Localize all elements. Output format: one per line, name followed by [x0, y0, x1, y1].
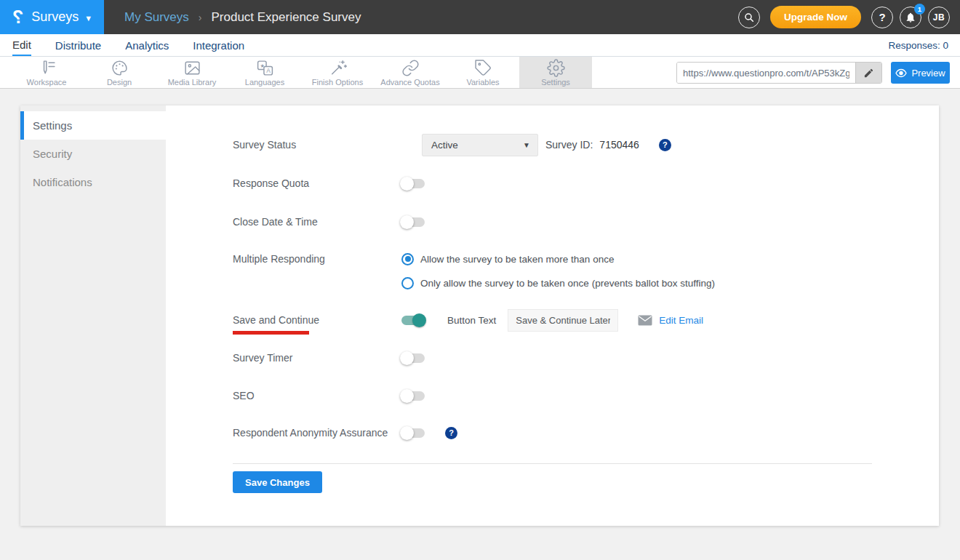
- response-quota-label: Response Quota: [233, 177, 401, 189]
- edit-toolbar: Workspace Design Media Library ★A Langua…: [0, 57, 960, 89]
- avatar[interactable]: JB: [928, 7, 950, 28]
- tag-icon: [474, 59, 492, 77]
- seo-toggle[interactable]: [401, 391, 425, 401]
- settings-sidebar: Settings Security Notifications: [20, 105, 166, 526]
- save-continue-toggle[interactable]: [401, 316, 425, 325]
- svg-text:A: A: [266, 67, 271, 74]
- settings-panel: Settings Security Notifications Survey S…: [20, 105, 939, 526]
- survey-status-row: Survey Status Active ▼ Survey ID: 715044…: [233, 132, 671, 157]
- button-text-input[interactable]: [508, 309, 618, 332]
- upgrade-now-button[interactable]: Upgrade Now: [770, 6, 861, 28]
- anonymity-help-icon[interactable]: ?: [445, 427, 457, 439]
- breadcrumb-my-surveys[interactable]: My Surveys: [124, 10, 189, 25]
- survey-status-select[interactable]: Active ▼: [422, 134, 538, 156]
- survey-status-value: Active: [431, 140, 458, 151]
- close-date-row: Close Date & Time: [233, 209, 425, 234]
- top-bar: ? Surveys ▼ My Surveys › Product Experie…: [0, 0, 960, 34]
- toolbar-item-languages[interactable]: ★A Languages: [228, 57, 301, 88]
- toggle-knob: [412, 313, 426, 327]
- toolbar-item-label: Variables: [466, 78, 499, 87]
- palette-icon: [111, 59, 129, 77]
- topbar-actions: Upgrade Now ? 1 JB: [738, 0, 960, 34]
- toolbar-item-advance-quotas[interactable]: Advance Quotas: [374, 57, 447, 88]
- radio-allow-multiple[interactable]: [401, 253, 414, 265]
- responses-count[interactable]: Responses: 0: [888, 34, 948, 56]
- survey-status-label: Survey Status: [233, 139, 401, 151]
- breadcrumb-separator-icon: ›: [199, 12, 202, 23]
- link-icon: [401, 59, 420, 77]
- sidebar-item-settings[interactable]: Settings: [20, 111, 166, 140]
- chevron-down-icon: ▼: [523, 141, 530, 149]
- toolbar-item-label: Advance Quotas: [380, 78, 439, 87]
- edit-email-link[interactable]: Edit Email: [659, 315, 703, 326]
- bell-icon: [905, 12, 916, 23]
- survey-id-help-icon[interactable]: ?: [659, 139, 671, 151]
- toolbar-item-finish-options[interactable]: Finish Options: [301, 57, 374, 88]
- tab-distribute[interactable]: Distribute: [55, 34, 101, 56]
- close-date-toggle[interactable]: [401, 217, 425, 227]
- chevron-down-icon: ▼: [84, 14, 92, 23]
- toolbar-item-variables[interactable]: Variables: [447, 57, 519, 88]
- toolbar-item-label: Languages: [245, 78, 284, 87]
- seo-row: SEO: [233, 383, 425, 408]
- brand-menu[interactable]: ? Surveys ▼: [0, 0, 104, 34]
- search-icon: [743, 12, 755, 23]
- save-continue-highlight: [233, 331, 309, 335]
- breadcrumb-current: Product Experience Survey: [211, 10, 361, 25]
- response-quota-toggle[interactable]: [401, 179, 425, 188]
- preview-label: Preview: [911, 68, 945, 79]
- preview-button[interactable]: Preview: [891, 62, 950, 84]
- wand-icon: [329, 59, 347, 77]
- toggle-knob: [400, 426, 414, 440]
- notification-badge: 1: [914, 4, 925, 15]
- close-date-label: Close Date & Time: [233, 216, 401, 228]
- eye-icon: [895, 68, 907, 78]
- sidebar-item-security[interactable]: Security: [20, 140, 166, 168]
- save-continue-label: Save and Continue: [233, 314, 401, 326]
- survey-timer-toggle[interactable]: [401, 353, 425, 363]
- form-divider: [233, 463, 872, 464]
- toolbar-item-workspace[interactable]: Workspace: [10, 57, 83, 88]
- anonymity-toggle[interactable]: [401, 428, 425, 438]
- radio-only-once-label: Only allow the survey to be taken once (…: [420, 278, 715, 289]
- translate-icon: ★A: [256, 59, 274, 77]
- toggle-knob: [400, 389, 414, 403]
- toolbar-item-label: Settings: [541, 78, 570, 87]
- radio-allow-multiple-label: Allow the survey to be taken more than o…: [420, 254, 614, 265]
- search-button[interactable]: [738, 7, 760, 28]
- radio-only-once[interactable]: [401, 277, 414, 289]
- gear-icon: [547, 59, 565, 77]
- toggle-knob: [400, 215, 414, 229]
- anonymity-label: Respondent Anonymity Assurance: [233, 427, 401, 439]
- edit-url-button[interactable]: [855, 63, 881, 83]
- survey-timer-label: Survey Timer: [233, 352, 401, 364]
- workspace-icon: [38, 59, 56, 77]
- toolbar-item-media-library[interactable]: Media Library: [156, 57, 228, 88]
- toggle-knob: [400, 177, 414, 191]
- toolbar-item-label: Media Library: [168, 78, 217, 87]
- survey-url-box: [676, 62, 882, 84]
- tab-analytics[interactable]: Analytics: [125, 34, 169, 56]
- multiple-responding-row: Multiple Responding Allow the survey to …: [233, 247, 614, 271]
- sidebar-item-notifications[interactable]: Notifications: [20, 168, 166, 196]
- toolbar-item-settings[interactable]: Settings: [519, 57, 592, 88]
- breadcrumb: My Surveys › Product Experience Survey: [104, 0, 361, 34]
- toolbar-item-label: Finish Options: [312, 78, 363, 87]
- envelope-icon: [638, 315, 652, 326]
- toolbar-item-design[interactable]: Design: [83, 57, 156, 88]
- tab-edit[interactable]: Edit: [12, 34, 31, 56]
- save-continue-row: Save and Continue Button Text Edit Email: [233, 308, 703, 332]
- notifications-button[interactable]: 1: [900, 7, 921, 28]
- pencil-icon: [863, 68, 874, 79]
- questionpro-logo-icon: ?: [12, 8, 23, 26]
- help-button[interactable]: ?: [871, 7, 893, 28]
- survey-timer-row: Survey Timer: [233, 345, 425, 370]
- image-icon: [183, 59, 201, 77]
- edit-email-group[interactable]: Edit Email: [638, 315, 703, 326]
- product-name: Surveys: [31, 9, 79, 25]
- save-changes-button[interactable]: Save Changes: [233, 471, 322, 493]
- survey-id-value: 7150446: [599, 139, 639, 151]
- toolbar-item-label: Design: [107, 78, 132, 87]
- tab-integration[interactable]: Integration: [193, 34, 244, 56]
- survey-url-input[interactable]: [677, 63, 855, 83]
